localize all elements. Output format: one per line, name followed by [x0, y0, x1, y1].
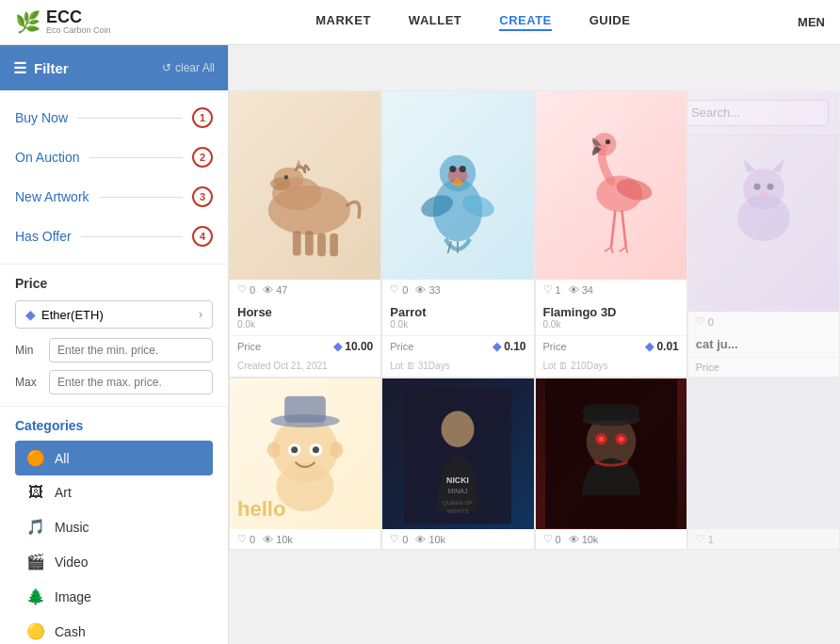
svg-point-48: [442, 411, 475, 448]
logo[interactable]: 🌿 ECC Eco Carbon Coin: [15, 8, 111, 37]
nft-card-horse[interactable]: ♡ 0 👁 47 Horse 0.0k Price ◆10.00 Created…: [229, 90, 381, 378]
hello-text: hello: [237, 497, 285, 522]
nft-image-horse: [230, 91, 380, 280]
svg-text:QUEEN OF: QUEEN OF: [443, 499, 473, 506]
logo-icon: 🌿: [15, 10, 40, 35]
flamingo-info: Flamingo 3D 0.0k: [536, 299, 687, 335]
video-icon: 🎬: [26, 553, 45, 571]
categories-section: Categories 🟠 All 🖼 Art 🎵 Music 🎬 Video 🌲…: [0, 407, 228, 644]
svg-line-27: [611, 248, 613, 253]
svg-point-31: [743, 169, 784, 210]
filter-on-auction[interactable]: On Auction 2: [0, 137, 228, 177]
horse-stats: ♡ 0 👁 47: [230, 280, 380, 299]
svg-point-60: [619, 437, 623, 442]
price-range: Min Max: [15, 338, 213, 394]
navbar: 🌿 ECC Eco Carbon Coin MARKET WALLET CREA…: [0, 0, 840, 45]
currency-label: Ether(ETH): [41, 308, 104, 322]
nav-market[interactable]: MARKET: [315, 13, 371, 31]
nft-grid: ♡ 0 👁 47 Horse 0.0k Price ◆10.00 Created…: [229, 90, 840, 550]
svg-point-17: [460, 166, 466, 172]
svg-line-26: [605, 248, 611, 251]
parrot-info: Parrot 0.0k: [382, 299, 533, 335]
svg-point-46: [330, 442, 343, 459]
filter-new-artwork[interactable]: New Artwork 3: [0, 177, 228, 217]
nav-create[interactable]: CREATE: [499, 13, 551, 31]
nft-card-parrot[interactable]: ♡ 0 👁 33 Parrot 0.0k Price ◆0.10 Lot 🗓 3…: [381, 90, 534, 378]
nft-card-nicki[interactable]: NICKI MINAJ QUEEN OF NIGHTS ♡ 0 👁 10k: [381, 378, 534, 550]
nav-wallet[interactable]: WALLET: [409, 13, 461, 31]
svg-rect-56: [583, 405, 639, 422]
nav-guide[interactable]: GUIDE: [590, 13, 631, 31]
image-icon: 🌲: [26, 588, 45, 605]
nft-image-partial: [688, 378, 839, 529]
content-wrapper: 🔍: [229, 45, 840, 644]
refresh-icon: ↺: [162, 61, 171, 74]
svg-marker-8: [296, 159, 302, 169]
svg-rect-7: [330, 233, 338, 257]
sidebar: ☰ Filter ↺ clear All Buy Now 1 On Auctio…: [0, 45, 229, 644]
chevron-right-icon: ›: [199, 308, 202, 321]
all-icon: 🟠: [26, 449, 45, 467]
svg-point-36: [760, 192, 768, 199]
nft-card-hello[interactable]: hello ♡ 0 👁 10k: [229, 378, 381, 550]
svg-point-9: [284, 175, 288, 179]
category-music[interactable]: 🎵 Music: [15, 509, 213, 544]
svg-rect-5: [305, 231, 314, 255]
filter-buy-now[interactable]: Buy Now 1: [0, 98, 228, 137]
art-icon: 🖼: [26, 484, 45, 501]
cat-price: Price: [688, 357, 839, 377]
nicki-stats: ♡ 0 👁 10k: [382, 529, 533, 549]
svg-rect-4: [293, 231, 301, 255]
svg-line-28: [619, 248, 625, 251]
nft-image-flamingo: [536, 91, 687, 280]
cyber-stats: ♡ 0 👁 10k: [536, 529, 687, 549]
logo-subtitle: Eco Carbon Coin: [46, 26, 111, 36]
nft-card-cat[interactable]: ♡ 0 cat ju... Price: [687, 90, 840, 378]
flamingo-meta: Lot 🗓 210Days: [536, 357, 687, 377]
hello-stats: ♡ 0 👁 10k: [230, 529, 380, 549]
svg-rect-6: [317, 233, 326, 257]
svg-line-29: [625, 248, 627, 253]
min-label: Min: [15, 344, 41, 357]
nft-card-cyber[interactable]: ♡ 0 👁 10k: [535, 378, 687, 550]
partial-stats: ♡ 1: [688, 529, 839, 549]
svg-marker-33: [772, 159, 784, 173]
cash-icon: 🟡: [26, 622, 45, 640]
category-image[interactable]: 🌲 Image: [15, 579, 213, 614]
nft-image-nicki: NICKI MINAJ QUEEN OF NIGHTS: [382, 378, 533, 529]
nft-area: ♡ 0 👁 47 Horse 0.0k Price ◆10.00 Created…: [229, 90, 840, 644]
svg-point-59: [599, 437, 604, 442]
eth-icon: ◆: [25, 307, 36, 322]
categories-title: Categories: [15, 418, 213, 433]
category-art[interactable]: 🖼 Art: [15, 475, 213, 509]
flamingo-stats: ♡ 1 👁 34: [536, 280, 687, 299]
nft-card-partial[interactable]: ♡ 1: [687, 378, 840, 550]
min-price-input[interactable]: [49, 338, 213, 362]
svg-text:MINAJ: MINAJ: [448, 488, 468, 494]
svg-point-35: [767, 184, 773, 190]
svg-rect-40: [284, 396, 326, 423]
svg-text:NIGHTS: NIGHTS: [447, 507, 469, 514]
svg-point-43: [291, 446, 298, 453]
max-label: Max: [15, 376, 41, 389]
currency-select[interactable]: ◆ Ether(ETH) ›: [15, 300, 213, 329]
music-icon: 🎵: [26, 518, 45, 536]
category-video[interactable]: 🎬 Video: [15, 544, 213, 579]
nft-image-parrot: [382, 91, 533, 280]
nft-image-hello: hello: [230, 378, 380, 529]
category-all[interactable]: 🟠 All: [15, 441, 213, 475]
clear-all-button[interactable]: ↺ clear All: [162, 61, 215, 74]
horse-info: Horse 0.0k: [230, 299, 380, 335]
svg-line-25: [622, 210, 625, 247]
nav-menu[interactable]: MEN: [798, 15, 825, 29]
nft-card-flamingo[interactable]: ♡ 1 👁 34 Flamingo 3D 0.0k Price ◆0.01 Lo…: [535, 90, 687, 378]
category-cash[interactable]: 🟡 Cash: [15, 614, 213, 644]
svg-text:NICKI: NICKI: [446, 475, 469, 485]
cat-stats: ♡ 0: [688, 312, 839, 331]
cat-info: cat ju...: [688, 331, 839, 357]
price-min-row: Min: [15, 338, 213, 362]
filter-has-offer[interactable]: Has Offer 4: [0, 217, 228, 256]
flamingo-price: Price ◆0.01: [536, 335, 687, 357]
max-price-input[interactable]: [49, 370, 213, 394]
svg-line-24: [611, 210, 615, 247]
